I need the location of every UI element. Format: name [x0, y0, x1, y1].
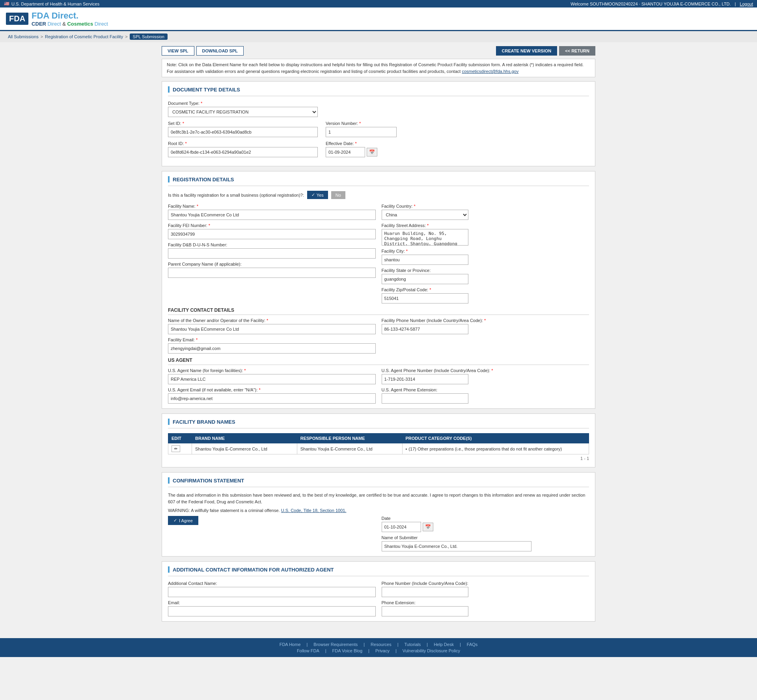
- brand-names-thead: EDIT BRAND NAME RESPONSIBLE PERSON NAME …: [168, 434, 589, 443]
- facility-fei-input[interactable]: [168, 229, 376, 239]
- fda-box: FDA: [6, 13, 28, 25]
- footer-links2: Follow FDA|FDA Voice Blog|Privacy|Vulner…: [4, 648, 753, 653]
- doc-type-row: Document Type: * COSMETIC FACILITY REGIS…: [168, 101, 589, 117]
- facility-country-group: Facility Country: * China: [382, 204, 589, 220]
- conf-date-label: Date: [382, 516, 589, 521]
- breadcrumb-all-submissions[interactable]: All Submissions: [8, 34, 39, 39]
- footer-link[interactable]: FAQs: [467, 642, 478, 647]
- agent-left-col: U.S. Agent Name (for foreign facilities)…: [168, 368, 376, 404]
- footer-link[interactable]: FDA Home: [280, 642, 301, 647]
- root-id-input[interactable]: [168, 147, 318, 157]
- return-button[interactable]: << RETURN: [559, 46, 595, 56]
- facility-email-input[interactable]: [168, 343, 376, 354]
- additional-contact-two-col: Additional Contact Name: Email: Phone Nu…: [168, 581, 589, 616]
- brand-names-title: FACILITY BRAND NAMES: [168, 419, 589, 428]
- facility-phone-group: Facility Phone Number (Include Country/A…: [382, 318, 589, 334]
- agent-phone-ext-input[interactable]: [382, 393, 468, 404]
- add-contact-name-input[interactable]: [168, 587, 376, 597]
- toolbar-left: VIEW SPL DOWNLOAD SPL: [162, 46, 244, 56]
- responsible-cell: Shantou Youjia E-Commerce Co., Ltd: [297, 443, 402, 454]
- agent-email-input[interactable]: [168, 393, 376, 404]
- footer-link[interactable]: Browser Requirements: [313, 642, 358, 647]
- facility-street-input[interactable]: [382, 229, 468, 246]
- facility-phone-input[interactable]: [382, 324, 468, 334]
- agent-phone-ext-group: U.S. Agent Phone Extension:: [382, 387, 589, 404]
- conf-calendar-icon[interactable]: 📅: [423, 523, 433, 531]
- add-contact-email-input[interactable]: [168, 606, 376, 616]
- logout-button[interactable]: Logout: [740, 2, 753, 6]
- footer-link2[interactable]: Privacy: [375, 648, 390, 653]
- footer-link2[interactable]: FDA Voice Blog: [332, 648, 362, 653]
- checkmark-agree-icon: ✓: [173, 518, 177, 523]
- small-biz-yes-button[interactable]: ✓ Yes: [307, 191, 328, 199]
- contact-email[interactable]: cosmeticsdirect@fda.hhs.gov: [462, 69, 518, 74]
- facility-duns-label: Facility D&B D-U-N-S Number:: [168, 242, 376, 247]
- footer-link2[interactable]: Follow FDA: [297, 648, 319, 653]
- brand-title-bar-icon: [168, 419, 170, 425]
- version-group: Version Number: *: [326, 121, 397, 137]
- facility-duns-input[interactable]: [168, 248, 376, 259]
- divider: |: [735, 2, 736, 6]
- us-agent-subtitle: US AGENT: [168, 357, 589, 365]
- fda-word: FDA: [32, 11, 52, 20]
- agree-label: I Agree: [179, 518, 193, 523]
- conf-date-input[interactable]: [382, 522, 421, 532]
- facility-city-input[interactable]: [382, 255, 468, 265]
- additional-contact-section: ADDITIONAL CONTACT INFORMATION FOR AUTHO…: [162, 561, 595, 622]
- brand-cell: Shantou Youjia E-Commerce Co., Ltd: [192, 443, 297, 454]
- small-biz-question: Is this a facility registration for a sm…: [168, 193, 304, 197]
- effective-date-input[interactable]: [326, 147, 365, 157]
- contact-pre: For assistance with validation errors an…: [167, 69, 462, 74]
- user-info: Welcome SOUTHMOON20240224 · SHANTOU YOUJ…: [571, 2, 753, 6]
- agree-button[interactable]: ✓ I Agree: [168, 516, 198, 525]
- footer-link[interactable]: Help Desk: [434, 642, 454, 647]
- facility-name-input[interactable]: [168, 210, 376, 220]
- breadcrumb-registration[interactable]: Registration of Cosmetic Product Facilit…: [45, 34, 123, 39]
- agent-name-group: U.S. Agent Name (for foreign facilities)…: [168, 368, 376, 384]
- doc-type-group: Document Type: * COSMETIC FACILITY REGIS…: [168, 101, 318, 117]
- add-contact-phone-ext-group: Phone Extension:: [382, 600, 589, 616]
- edit-row-button[interactable]: ✏: [172, 445, 180, 452]
- owner-input[interactable]: [168, 324, 376, 334]
- add-contact-phone-input[interactable]: [382, 587, 468, 597]
- doc-type-label: Document Type: *: [168, 101, 318, 106]
- facility-state-input[interactable]: [382, 274, 468, 284]
- fda-subtitle: CDER Direct & Cosmetics Direct: [32, 21, 108, 27]
- small-biz-no-button[interactable]: No: [331, 191, 345, 199]
- agent-email-group: U.S. Agent Email (if not available, ente…: [168, 387, 376, 404]
- download-spl-button[interactable]: DOWNLOAD SPL: [196, 46, 244, 56]
- add-contact-phone-ext-input[interactable]: [382, 606, 468, 616]
- parent-company-input[interactable]: [168, 268, 376, 278]
- col-responsible-header: RESPONSIBLE PERSON NAME: [297, 434, 402, 443]
- brand-names-tbody: ✏ Shantou Youjia E-Commerce Co., Ltd Sha…: [168, 443, 589, 454]
- registration-title: REGISTRATION DETAILS: [168, 176, 589, 186]
- footer-link[interactable]: Resources: [371, 642, 392, 647]
- view-spl-button[interactable]: VIEW SPL: [162, 46, 194, 56]
- agent-name-input[interactable]: [168, 374, 376, 384]
- document-type-section: DOCUMENT TYPE DETAILS Document Type: * C…: [162, 81, 595, 166]
- agent-phone-input[interactable]: [382, 374, 468, 384]
- effective-date-calendar-icon[interactable]: 📅: [367, 148, 377, 156]
- footer-link2[interactable]: Vulnerability Disclosure Policy: [403, 648, 460, 653]
- col-brand-header: BRAND NAME: [192, 434, 297, 443]
- set-id-input[interactable]: [168, 127, 318, 137]
- parent-company-label: Parent Company Name (if applicable):: [168, 262, 376, 266]
- facility-zip-group: Facility Zip/Postal Code: *: [382, 287, 589, 303]
- footer-link[interactable]: Tutorials: [405, 642, 421, 647]
- submitter-input[interactable]: [382, 541, 531, 551]
- set-id-label: Set ID: *: [168, 121, 318, 126]
- facility-zip-input[interactable]: [382, 293, 468, 303]
- submitter-group: Name of Submitter: [382, 535, 589, 551]
- agent-name-label: U.S. Agent Name (for foreign facilities)…: [168, 368, 376, 373]
- doc-type-select[interactable]: COSMETIC FACILITY REGISTRATION: [168, 107, 318, 117]
- add-contact-phone-group: Phone Number (Include Country/Area Code)…: [382, 581, 589, 597]
- create-new-version-button[interactable]: CREATE NEW VERSION: [496, 46, 557, 56]
- yes-label: Yes: [317, 193, 324, 197]
- agent-phone-label: U.S. Agent Phone Number (Include Country…: [382, 368, 589, 373]
- version-input[interactable]: [326, 127, 397, 137]
- registration-section: REGISTRATION DETAILS Is this a facility …: [162, 171, 595, 409]
- facility-country-select[interactable]: China: [382, 210, 468, 220]
- warning-link[interactable]: U.S. Code, Title 18, Section 1001.: [281, 508, 347, 513]
- additional-contact-heading: ADDITIONAL CONTACT INFORMATION FOR AUTHO…: [173, 567, 334, 573]
- footer-sep: |: [307, 642, 308, 647]
